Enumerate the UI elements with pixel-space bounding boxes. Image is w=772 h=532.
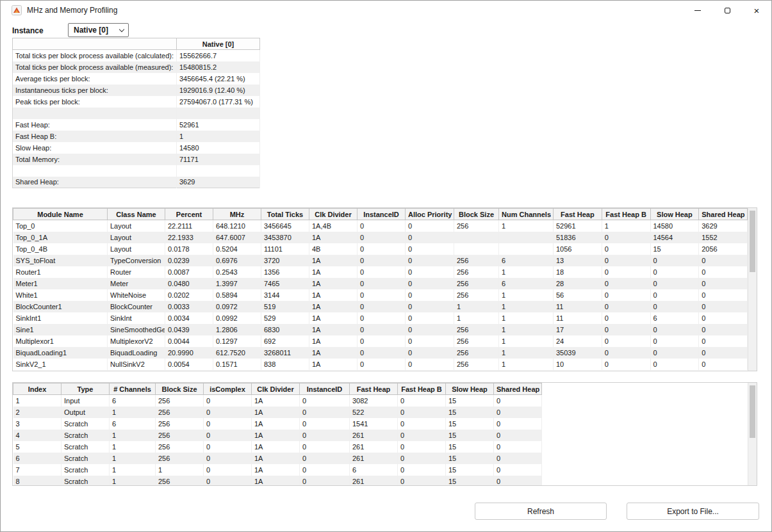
table-cell[interactable]: 6 — [499, 255, 554, 266]
table-cell[interactable]: 4B — [309, 243, 357, 255]
table-cell[interactable]: 0 — [300, 407, 350, 418]
table-cell[interactable]: 256 — [454, 335, 499, 347]
table-row[interactable]: BlockCounter1BlockCounter0.00330.0972519… — [13, 301, 748, 312]
table-cell[interactable]: 1A — [309, 266, 357, 278]
table-cell[interactable]: 0 — [406, 232, 454, 243]
table-cell[interactable]: 0 — [406, 324, 454, 335]
table-cell[interactable]: 10 — [554, 359, 602, 370]
table-cell[interactable]: 0.0992 — [213, 312, 261, 324]
table-cell[interactable]: 15 — [446, 430, 494, 441]
table-cell[interactable]: 0 — [602, 266, 650, 278]
table-cell[interactable]: 0 — [406, 359, 454, 370]
table-cell[interactable]: SYS_toFloat — [13, 255, 108, 266]
table-cell[interactable]: 1 — [110, 453, 156, 464]
close-button[interactable]: × — [742, 1, 771, 20]
table-cell[interactable]: 1 — [602, 220, 650, 232]
instance-combobox[interactable]: Native [0] — [68, 23, 129, 37]
table-cell[interactable]: 1 — [499, 220, 554, 232]
table-cell[interactable]: 0 — [406, 347, 454, 359]
table-cell[interactable]: 1A — [309, 347, 357, 359]
table-cell[interactable]: 1541 — [350, 418, 398, 430]
table-cell[interactable]: 15480815.2 — [177, 61, 260, 73]
table-cell[interactable]: 0.0480 — [165, 278, 213, 289]
table-cell[interactable]: 261 — [350, 430, 398, 441]
table-cell[interactable]: BlockCounter — [108, 301, 165, 312]
table-cell[interactable]: 0 — [602, 335, 650, 347]
column-header[interactable]: Block Size — [156, 383, 204, 395]
table-cell[interactable]: 1A — [252, 430, 300, 441]
table-cell[interactable]: SinkInt1 — [13, 312, 108, 324]
table-cell[interactable] — [13, 165, 177, 177]
table-cell[interactable]: 0 — [204, 476, 252, 487]
table-cell[interactable]: 1A — [309, 232, 357, 243]
table-cell[interactable]: 0 — [699, 255, 748, 266]
table-cell[interactable]: 0 — [406, 289, 454, 301]
table-cell[interactable]: 256 — [454, 324, 499, 335]
table-row[interactable]: Sine1SineSmoothedGen0.04391.280668301A00… — [13, 324, 748, 335]
column-header[interactable]: Alloc Priority — [406, 209, 454, 220]
table-cell[interactable]: 28 — [554, 278, 602, 289]
table-cell[interactable]: 0 — [650, 255, 699, 266]
table-cell[interactable]: 3456645 — [261, 220, 309, 232]
column-header[interactable]: MHz — [213, 209, 261, 220]
table-cell[interactable]: 0.0178 — [165, 243, 213, 255]
table-cell[interactable]: Scratch — [62, 418, 110, 430]
table-cell[interactable]: 0 — [602, 359, 650, 370]
table-cell[interactable]: BiquadLoading1 — [13, 347, 108, 359]
table-cell[interactable]: 0 — [204, 418, 252, 430]
column-header[interactable]: Class Name — [108, 209, 165, 220]
table-cell[interactable]: 14564 — [650, 232, 699, 243]
table-cell[interactable]: 1A — [252, 464, 300, 476]
column-header[interactable]: Slow Heap — [446, 383, 494, 395]
table-cell[interactable]: Slow Heap: — [13, 142, 177, 154]
table-cell[interactable]: 692 — [261, 335, 309, 347]
table-cell[interactable]: 256 — [156, 418, 204, 430]
table-cell[interactable]: 0 — [699, 278, 748, 289]
table-row[interactable]: Shared Heap:3629 — [13, 177, 260, 188]
table-cell[interactable]: 7 — [13, 464, 62, 476]
table-cell[interactable]: 20.9990 — [165, 347, 213, 359]
table-cell[interactable]: 1A — [309, 278, 357, 289]
minimize-button[interactable] — [683, 1, 712, 20]
table-cell[interactable]: 0 — [398, 464, 446, 476]
table-cell[interactable]: 612.7520 — [213, 347, 261, 359]
table-cell[interactable]: 22.2111 — [165, 220, 213, 232]
table-cell[interactable]: Fast Heap: — [13, 119, 177, 131]
table-cell[interactable]: Scratch — [62, 430, 110, 441]
table-cell[interactable]: 0 — [357, 359, 406, 370]
column-header[interactable]: Shared Heap — [699, 209, 748, 220]
column-header[interactable]: # Channels — [110, 383, 156, 395]
table-cell[interactable]: 0 — [494, 441, 542, 453]
table-cell[interactable]: 1 — [499, 266, 554, 278]
column-header[interactable]: Fast Heap B — [602, 209, 650, 220]
table-cell[interactable]: 0 — [602, 278, 650, 289]
table-row[interactable]: Multiplexor1MultiplexorV20.00440.1297692… — [13, 335, 748, 347]
table-cell[interactable]: 1 — [499, 324, 554, 335]
scrollbar-thumb[interactable] — [750, 385, 755, 438]
table-cell[interactable]: Sine1 — [13, 324, 108, 335]
table-row[interactable]: SYS_toFloatTypeConversion0.02390.6976372… — [13, 255, 748, 266]
table-cell[interactable]: 0 — [494, 476, 542, 487]
table-cell[interactable]: Layout — [108, 220, 165, 232]
table-cell[interactable]: 647.6007 — [213, 232, 261, 243]
table-cell[interactable]: 256 — [156, 407, 204, 418]
table-cell[interactable]: 0 — [602, 255, 650, 266]
table-cell[interactable]: 0.0033 — [165, 301, 213, 312]
table-row[interactable]: Fast Heap B:1 — [13, 131, 260, 142]
table-cell[interactable]: 6 — [499, 278, 554, 289]
table-cell[interactable]: 0 — [650, 289, 699, 301]
table-cell[interactable]: 0 — [357, 312, 406, 324]
table-cell[interactable]: 1 — [454, 301, 499, 312]
table-cell[interactable]: 256 — [156, 453, 204, 464]
table-cell[interactable]: SinkInt — [108, 312, 165, 324]
table-cell[interactable]: 1 — [499, 301, 554, 312]
table-cell[interactable]: 0 — [406, 278, 454, 289]
table-cell[interactable]: Top_0_4B — [13, 243, 108, 255]
table-cell[interactable]: 0 — [398, 395, 446, 407]
table-cell[interactable]: 0 — [699, 359, 748, 370]
table-cell[interactable]: 0 — [300, 464, 350, 476]
column-header[interactable]: Slow Heap — [650, 209, 699, 220]
column-header[interactable]: Clk Divider — [252, 383, 300, 395]
table-cell[interactable]: 1929016.9 (12.40 %) — [177, 85, 260, 96]
table-cell[interactable]: 1A — [309, 289, 357, 301]
